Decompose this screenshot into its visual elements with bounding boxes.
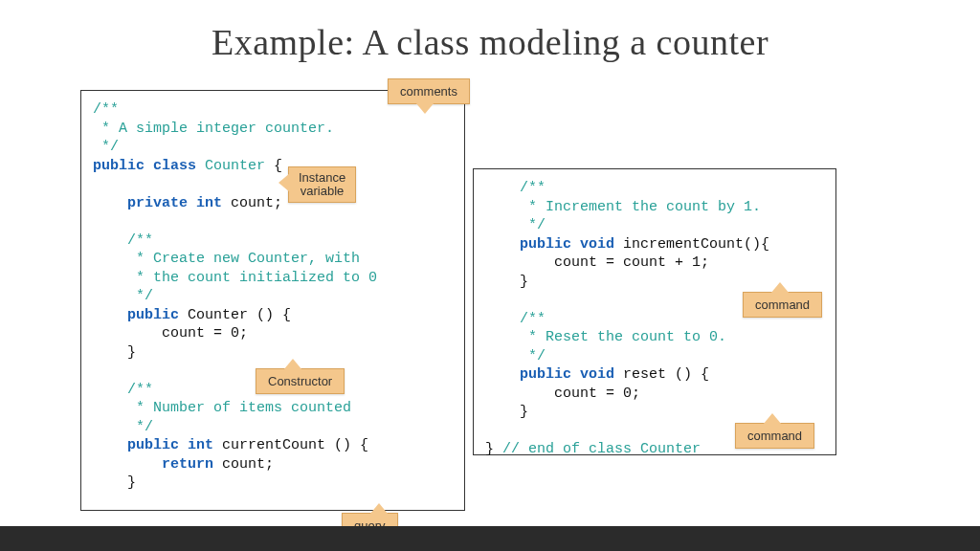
code-line: }	[93, 344, 136, 361]
code-keyword: public void	[485, 236, 614, 253]
code-line: count = 0;	[93, 325, 248, 342]
code-line: }	[485, 404, 528, 420]
code-line: */	[93, 139, 119, 155]
callout-instance-variable: Instance variable	[288, 166, 356, 203]
code-text: }	[485, 441, 502, 457]
callout-command-1: command	[743, 292, 822, 318]
callout-command-2: command	[735, 423, 814, 449]
code-line: * the count initialized to 0	[93, 270, 377, 286]
code-line: /**	[485, 311, 546, 327]
code-box-left: /** * A simple integer counter. */ publi…	[80, 90, 465, 511]
code-text: incrementCount(){	[614, 236, 769, 253]
code-line: count = 0;	[485, 386, 640, 402]
code-line: * Number of items counted	[93, 400, 351, 416]
code-line: /**	[93, 101, 119, 118]
code-line: /**	[93, 232, 153, 249]
code-text: currentCount () {	[213, 437, 368, 453]
code-keyword: public class	[93, 158, 196, 174]
code-line: * Increment the count by 1.	[485, 199, 761, 215]
code-keyword: private int	[93, 195, 222, 211]
footer-bar	[0, 526, 980, 551]
code-line: */	[485, 348, 546, 364]
code-text: count;	[213, 456, 274, 473]
code-line: }	[485, 274, 528, 290]
code-line: * Reset the count to 0.	[485, 329, 726, 345]
slide-title: Example: A class modeling a counter	[0, 0, 980, 63]
code-line: /**	[485, 180, 546, 196]
code-text: Counter () {	[179, 307, 291, 323]
callout-comments: comments	[388, 78, 470, 104]
code-line: * A simple integer counter.	[93, 121, 334, 137]
code-line: /**	[93, 382, 153, 398]
code-container: /** * A simple integer counter. */ publi…	[80, 90, 900, 515]
code-line: */	[93, 419, 153, 435]
code-keyword: public	[93, 307, 179, 323]
code-keyword: public int	[93, 437, 213, 453]
code-text: reset () {	[614, 366, 709, 383]
code-line: count = count + 1;	[485, 254, 709, 271]
callout-constructor: Constructor	[256, 368, 345, 394]
code-keyword: public void	[485, 366, 614, 383]
code-line: */	[485, 217, 546, 233]
code-line: * Create new Counter, with	[93, 251, 360, 267]
code-keyword: return	[93, 456, 213, 473]
code-line: */	[93, 288, 153, 304]
code-text: count;	[222, 195, 282, 211]
code-comment: // end of class Counter	[502, 441, 701, 457]
code-classname: Counter	[196, 158, 265, 174]
code-text: {	[265, 158, 282, 174]
code-line: }	[93, 474, 136, 491]
